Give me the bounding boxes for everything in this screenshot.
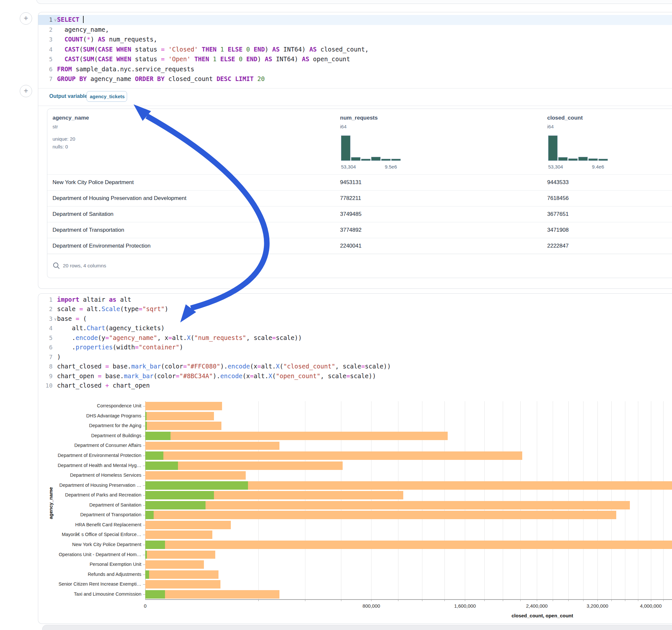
code-line[interactable]: agency_name,: [57, 26, 672, 33]
y-axis-label: DHS Advantage Programs: [38, 413, 141, 418]
table-cell: 9443533: [547, 179, 569, 186]
bar-closed-count: [145, 421, 221, 430]
line-number: 3: [38, 315, 52, 322]
code-line[interactable]: chart_closed + chart_open: [57, 382, 672, 389]
line-number: 7: [38, 354, 52, 360]
table-body: New York City Police Department945313194…: [47, 174, 672, 254]
gridline: [568, 401, 569, 599]
histogram-min-label: 53,304: [548, 164, 563, 169]
table-row[interactable]: New York City Police Department945313194…: [47, 174, 672, 191]
bar-open-count: [145, 501, 206, 509]
code-line[interactable]: alt.Chart(agency_tickets): [57, 324, 672, 332]
table-row[interactable]: Department of Environmental Protection22…: [47, 238, 672, 254]
y-tick: [143, 445, 145, 446]
table-cell: 3471908: [547, 227, 569, 233]
gridline: [638, 401, 638, 599]
gridline: [258, 401, 259, 599]
table-cell: 7782211: [340, 195, 361, 201]
bar-closed-count: [145, 580, 220, 588]
code-line[interactable]: ): [57, 353, 672, 360]
y-tick: [143, 555, 145, 555]
y-axis-label: HRA Benefit Card Replacement: [38, 522, 141, 527]
search-icon[interactable]: [52, 262, 60, 270]
code-line[interactable]: CAST(SUM(CASE WHEN status = 'Closed' THE…: [57, 46, 672, 53]
y-tick: [143, 525, 145, 525]
y-axis-label: Department of Transportation: [38, 512, 141, 517]
code-line[interactable]: FROM sample_data.nyc.service_requests: [57, 66, 672, 73]
bar-closed-count: [145, 471, 246, 480]
result-table-card: agency_namestrunique: 20nulls: 0num_requ…: [47, 108, 672, 278]
notebook-page: + + 1∨SELECT 2 agency_name,3 COUNT(*) AS…: [0, 0, 672, 630]
bar-open-count: [145, 571, 149, 579]
gridline: [422, 401, 423, 599]
code-line[interactable]: SELECT: [57, 16, 672, 23]
column-type: i64: [547, 124, 554, 129]
column-title: num_requests: [340, 115, 378, 121]
table-cell: 7618456: [547, 195, 569, 201]
python-code-editor[interactable]: 1import altair as alt2scale = alt.Scale(…: [38, 294, 672, 391]
bar-open-count: [145, 412, 146, 420]
bar-closed-count: [145, 402, 222, 410]
code-line[interactable]: import altair as alt: [57, 296, 672, 303]
table-header: agency_namestrunique: 20nulls: 0num_requ…: [47, 109, 672, 174]
add-cell-button-middle[interactable]: +: [20, 85, 32, 97]
y-axis-label: Department of Environmental Protection: [38, 453, 141, 458]
table-cell: 3749485: [340, 211, 361, 217]
bar-closed-count: [145, 521, 231, 529]
bar-closed-count: [145, 571, 218, 579]
y-tick: [143, 406, 145, 406]
bar-closed-count: [145, 511, 616, 519]
bar-closed-count: [145, 501, 630, 509]
bar-closed-count: [145, 540, 672, 549]
bar-closed-count: [145, 452, 522, 460]
histogram-bar: [558, 157, 568, 161]
bar-open-count: [145, 511, 154, 519]
table-row[interactable]: Department of Housing Preservation and D…: [47, 190, 672, 207]
code-line[interactable]: chart_open = base.mark_bar(color="#8BC34…: [57, 372, 672, 380]
histogram-bar: [589, 159, 598, 161]
table-cell: 2222847: [547, 243, 569, 249]
code-line[interactable]: COUNT(*) AS num_requests,: [57, 35, 672, 43]
sql-code-editor[interactable]: 1∨SELECT 2 agency_name,3 COUNT(*) AS num…: [38, 12, 672, 88]
output-variable-bar: Output variable: agency_tickets: [38, 88, 672, 106]
code-line[interactable]: .encode(y="agency_name", x=alt.X("num_re…: [57, 334, 672, 341]
histogram-bar: [381, 159, 391, 161]
fold-chevron-icon[interactable]: ∨: [54, 18, 57, 22]
table-cell: 3677651: [547, 211, 569, 217]
gridline: [583, 401, 583, 599]
line-number: 1: [38, 296, 52, 303]
line-number: 5: [38, 335, 52, 341]
column-type: str: [52, 124, 58, 129]
python-cell-card: 1import altair as alt2scale = alt.Scale(…: [38, 293, 672, 624]
y-tick: [143, 456, 145, 456]
histogram-max-label: 9.4e6: [592, 164, 604, 169]
code-line[interactable]: .properties(width="container"): [57, 343, 672, 350]
code-line[interactable]: CAST(SUM(CASE WHEN status = 'Open' THEN …: [57, 55, 672, 63]
code-line[interactable]: chart_closed = base.mark_bar(color="#FFC…: [57, 363, 672, 370]
x-axis-tick-label: 0: [127, 603, 163, 609]
y-axis-line: [145, 401, 146, 599]
histogram-bar: [548, 136, 557, 161]
line-number: 2: [38, 26, 52, 33]
bar-open-count: [145, 491, 214, 500]
code-line[interactable]: base = (: [57, 315, 672, 322]
table-row[interactable]: Department of Sanitation37494853677651: [47, 206, 672, 222]
gridline: [484, 401, 485, 599]
gridline: [625, 401, 625, 599]
output-variable-pill[interactable]: agency_tickets: [87, 91, 127, 102]
table-cell: Department of Housing Preservation and D…: [52, 195, 186, 201]
fold-chevron-icon[interactable]: ∨: [54, 317, 57, 321]
code-line[interactable]: scale = alt.Scale(type="sqrt"): [57, 305, 672, 312]
bar-open-count: [145, 452, 163, 460]
column-type: i64: [340, 124, 346, 129]
line-number: 2: [38, 306, 52, 312]
column-stat: unique: 20: [52, 136, 75, 142]
table-row[interactable]: Department of Transportation377489234719…: [47, 222, 672, 238]
line-number: 5: [38, 56, 52, 63]
bar-open-count: [145, 551, 147, 559]
add-cell-button-top[interactable]: +: [20, 12, 32, 25]
code-line[interactable]: GROUP BY agency_name ORDER BY closed_cou…: [57, 75, 672, 82]
line-number: 4: [38, 46, 52, 53]
gridline: [663, 401, 664, 599]
bar-closed-count: [145, 442, 280, 450]
